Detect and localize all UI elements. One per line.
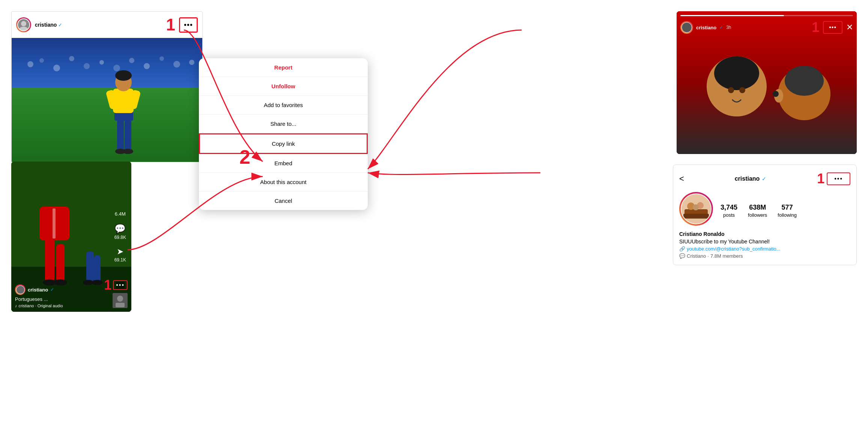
reel-stats: 6.4M 💬 69.8K ➤ 69.1K <box>114 211 126 263</box>
story-avatar-inner <box>681 22 692 33</box>
profile-followers-count: 638M followers <box>748 204 767 218</box>
reel-caption: Portugueses ... <box>15 296 113 302</box>
svg-point-21 <box>144 63 150 69</box>
share-icon: ➤ <box>117 247 123 257</box>
profile-link-text: youtube.com/@cristiano?sub_confirmatio..… <box>687 246 780 252</box>
profile-full-name: Cristiano Ronaldo <box>679 231 850 237</box>
story-time: 3h <box>726 25 731 30</box>
svg-point-55 <box>739 87 745 93</box>
svg-point-13 <box>27 61 33 67</box>
profile-link[interactable]: 🔗 youtube.com/@cristiano?sub_confirmatio… <box>679 246 850 252</box>
story-more-button[interactable]: ••• <box>826 23 839 32</box>
story-number-1: 1 <box>812 20 819 35</box>
svg-point-20 <box>129 58 134 63</box>
reel-views-stat: 6.4M <box>115 211 126 217</box>
post-header-left: cristiano ✓ <box>16 17 62 32</box>
modal-unfollow[interactable]: Unfollow <box>199 77 368 96</box>
svg-rect-32 <box>53 208 56 239</box>
svg-point-14 <box>39 58 44 63</box>
avatar-ring <box>16 17 31 32</box>
community-icon: 💬 <box>679 253 685 259</box>
modal-about-account[interactable]: About this account <box>199 173 368 192</box>
story-username: cristiano <box>696 25 716 30</box>
svg-rect-33 <box>86 252 94 282</box>
post-header: cristiano ✓ 1 ••• <box>12 12 202 38</box>
music-icon: ♪ <box>15 304 17 308</box>
reel-comments-count: 69.8K <box>114 235 126 240</box>
svg-point-57 <box>785 66 824 96</box>
reel-bottom-info: cristiano ✓ Portugueses ... ♪ cristiano … <box>15 284 113 308</box>
profile-more-button[interactable]: ••• <box>830 174 847 184</box>
reel-shares-count: 69.1K <box>114 257 126 263</box>
reel-verified-icon: ✓ <box>50 287 54 292</box>
story-close-button[interactable]: ✕ <box>846 23 853 32</box>
profile-community-name: Cristiano <box>687 253 706 259</box>
profile-number-1: 1 <box>817 171 824 187</box>
comment-icon: 💬 <box>114 224 126 234</box>
svg-point-24 <box>189 60 194 65</box>
reel-more-button[interactable]: ••• <box>116 282 125 288</box>
profile-avatar-image <box>681 194 711 224</box>
svg-rect-3 <box>125 117 131 151</box>
svg-point-5 <box>123 149 133 154</box>
modal-report[interactable]: Report <box>199 58 368 77</box>
community-dot: · <box>707 253 709 259</box>
profile-community: 💬 Cristiano · 7.8M members <box>679 253 850 259</box>
profile-bio: SIUUUbscribe to my Youtube Channel! <box>679 239 850 245</box>
profile-back-button[interactable]: < <box>679 174 684 184</box>
reel-thumbnail <box>113 293 128 308</box>
reel-shares-stat: ➤ 69.1K <box>114 247 126 263</box>
post-top-left: cristiano ✓ 1 ••• <box>11 11 203 162</box>
modal-copy-link[interactable]: Copy link <box>199 133 368 154</box>
reel-more-section: 1 ••• <box>104 277 128 293</box>
modal-share-to[interactable]: Share to... <box>199 115 368 133</box>
reel-number-1: 1 <box>104 277 111 293</box>
profile-community-members: 7.8M members <box>710 253 743 259</box>
reel-audio-text: cristiano · Original audio <box>19 304 63 308</box>
story-controls: 1 ••• ✕ <box>812 20 853 35</box>
svg-point-23 <box>173 61 180 68</box>
reel-avatar-inner <box>16 285 25 294</box>
svg-point-38 <box>117 296 123 302</box>
svg-point-15 <box>53 65 60 71</box>
username[interactable]: cristiano <box>35 22 57 28</box>
profile-username: cristiano <box>735 175 760 182</box>
svg-rect-65 <box>683 214 709 218</box>
reel-username: cristiano <box>28 287 48 293</box>
svg-rect-2 <box>117 117 124 151</box>
verified-icon: ✓ <box>58 22 62 28</box>
username-row: cristiano ✓ <box>35 22 62 28</box>
reel-audio: ♪ cristiano · Original audio <box>15 304 113 308</box>
svg-point-17 <box>84 63 90 69</box>
story-verified-icon: ✓ <box>719 25 723 30</box>
profile-avatar-inner <box>681 193 712 224</box>
story-progress-fill <box>680 15 784 16</box>
profile-following-count: 577 following <box>778 204 797 218</box>
profile-verified-icon: ✓ <box>762 176 766 182</box>
svg-point-1 <box>19 27 28 30</box>
story-more-btn-wrap: ••• <box>823 21 842 34</box>
more-options-button[interactable]: ••• <box>181 19 196 31</box>
crowd-decoration <box>12 42 202 87</box>
svg-rect-39 <box>116 303 125 307</box>
story-progress-bar <box>680 15 853 16</box>
svg-point-64 <box>693 204 699 210</box>
profile-more-section: 1 ••• <box>817 171 850 187</box>
modal-cancel[interactable]: Cancel <box>199 192 368 210</box>
svg-point-0 <box>21 21 26 26</box>
svg-point-18 <box>99 60 104 65</box>
svg-point-59 <box>773 91 779 97</box>
post-image <box>12 38 202 162</box>
modal-add-favorites[interactable]: Add to favorites <box>199 96 368 115</box>
reel-views-count: 6.4M <box>115 211 126 217</box>
profile-counts: 3,745 posts 638M followers 577 following <box>721 200 797 218</box>
svg-point-53 <box>714 56 759 90</box>
profile-posts-count: 3,745 posts <box>721 204 737 218</box>
story-top-right: cristiano ✓ 3h 1 ••• ✕ <box>677 11 857 154</box>
options-modal: Report Unfollow Add to favorites Share t… <box>199 58 368 210</box>
profile-stats-row: 3,745 posts 638M followers 577 following <box>679 192 850 226</box>
modal-embed[interactable]: Embed <box>199 154 368 173</box>
reel-user-row: cristiano ✓ <box>15 284 113 295</box>
story-avatar <box>680 21 693 34</box>
profile-username-row: cristiano ✓ <box>735 175 767 182</box>
